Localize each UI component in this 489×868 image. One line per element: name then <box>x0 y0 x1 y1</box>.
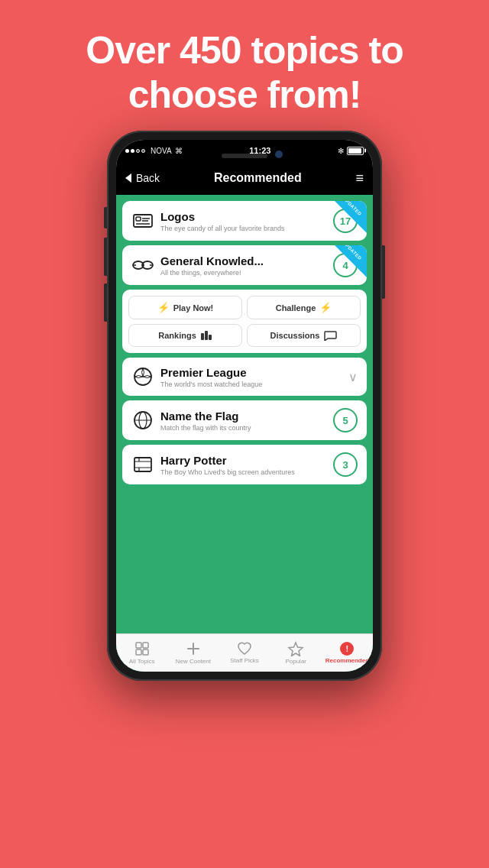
svg-rect-24 <box>143 649 148 655</box>
premier-league-title: Premier League <box>160 366 348 380</box>
premier-league-icon <box>131 365 154 388</box>
menu-button[interactable]: ≡ <box>355 171 364 185</box>
signal-dot-1 <box>125 149 129 153</box>
speaker <box>222 154 267 158</box>
discussions-label: Discussions <box>270 331 320 340</box>
general-knowledge-title: General Knowled... <box>160 254 333 268</box>
phone-body: NOVA ⌘ 11:23 ✻ Back <box>107 131 382 681</box>
challenge-icon: ⚡ <box>319 302 332 313</box>
svg-rect-1 <box>136 217 141 221</box>
svg-marker-27 <box>289 643 303 656</box>
svg-rect-10 <box>205 331 208 340</box>
hero-title: Over 450 topics to choose from! <box>46 29 443 117</box>
back-label: Back <box>136 172 160 184</box>
tab-all-topics-label: All Topics <box>129 658 155 665</box>
play-now-label: Play Now! <box>173 303 214 313</box>
logos-subtitle: The eye candy of all your favorite brand… <box>160 225 333 232</box>
action-row-1: ⚡ Play Now! Challenge ⚡ <box>128 296 361 319</box>
svg-rect-11 <box>209 335 212 340</box>
general-knowledge-subtitle: All the things, everywhere! <box>160 269 333 277</box>
svg-rect-23 <box>136 649 141 655</box>
logos-item[interactable]: Logos The eye candy of all your favorite… <box>122 201 367 241</box>
grid-icon <box>134 641 150 656</box>
logos-title: Logos <box>160 210 333 224</box>
svg-rect-16 <box>134 458 151 471</box>
name-the-flag-subtitle: Match the flag with its country <box>160 424 333 432</box>
tab-new-content[interactable]: New Content <box>167 641 219 665</box>
battery-fill <box>348 148 361 154</box>
bluetooth-icon: ✻ <box>338 147 344 155</box>
tab-recommended[interactable]: ! Recommended <box>322 642 373 664</box>
harry-potter-item[interactable]: Harry Potter The Boy Who Lived's big scr… <box>122 445 367 484</box>
heart-icon <box>237 642 252 656</box>
name-the-flag-badge: 5 <box>333 408 358 432</box>
signal-dot-3 <box>136 149 140 153</box>
premier-league-item[interactable]: Premier League The world's most watched … <box>122 358 367 396</box>
signal-dot-4 <box>141 149 145 153</box>
logos-icon <box>131 209 154 232</box>
harry-potter-title: Harry Potter <box>160 454 333 468</box>
svg-rect-21 <box>136 643 141 648</box>
tab-recommended-label: Recommended <box>325 657 369 664</box>
signal-dot-2 <box>131 149 134 153</box>
svg-rect-9 <box>201 333 204 340</box>
exclamation-icon: ! <box>340 642 354 656</box>
tab-new-content-label: New Content <box>176 658 211 665</box>
battery-indicator <box>347 147 364 155</box>
harry-potter-subtitle: The Boy Who Lived's big screen adventure… <box>160 468 333 476</box>
plus-icon <box>186 641 201 656</box>
tab-all-topics[interactable]: All Topics <box>116 641 167 665</box>
general-knowledge-text: General Knowled... All the things, every… <box>160 254 333 277</box>
star-icon <box>287 641 304 656</box>
phone-screen: NOVA ⌘ 11:23 ✻ Back <box>116 140 373 672</box>
phone-mockup: NOVA ⌘ 11:23 ✻ Back <box>0 131 489 681</box>
rankings-label: Rankings <box>158 331 196 340</box>
carrier-name: NOVA <box>151 147 172 155</box>
action-row-2: Rankings Discussion <box>128 324 361 347</box>
rankings-icon <box>200 330 212 341</box>
harry-potter-text: Harry Potter The Boy Who Lived's big scr… <box>160 454 333 476</box>
nav-title: Recommended <box>214 171 302 185</box>
tab-staff-picks-label: Staff Picks <box>230 657 259 664</box>
challenge-label: Challenge <box>276 303 316 313</box>
play-icon: ⚡ <box>157 302 170 313</box>
discussions-button[interactable]: Discussions <box>247 324 361 347</box>
status-left: NOVA ⌘ <box>125 147 183 155</box>
discussions-icon <box>323 330 337 341</box>
content-area: Logos The eye candy of all your favorite… <box>116 195 373 672</box>
play-now-button[interactable]: ⚡ Play Now! <box>128 296 242 319</box>
tab-staff-picks[interactable]: Staff Picks <box>219 642 270 664</box>
signal-dots <box>125 149 145 153</box>
action-buttons-panel: ⚡ Play Now! Challenge ⚡ Rankings <box>122 290 367 353</box>
harry-potter-icon <box>131 453 154 476</box>
premier-league-text: Premier League The world's most watched … <box>160 366 348 388</box>
chevron-down-icon: ∨ <box>348 370 358 384</box>
tab-popular-label: Popular <box>285 658 306 665</box>
harry-potter-badge: 3 <box>333 452 358 477</box>
name-the-flag-item[interactable]: Name the Flag Match the flag with its co… <box>122 400 367 440</box>
name-the-flag-icon <box>131 409 154 432</box>
status-right: ✻ <box>338 147 364 155</box>
wifi-icon: ⌘ <box>175 147 183 155</box>
general-knowledge-item[interactable]: General Knowled... All the things, every… <box>122 245 367 285</box>
tab-bar: All Topics New Content Staff Pick <box>116 633 373 672</box>
svg-rect-22 <box>143 643 148 648</box>
back-button[interactable]: Back <box>125 172 160 184</box>
rankings-button[interactable]: Rankings <box>128 324 242 347</box>
nav-bar: Back Recommended ≡ <box>116 161 373 195</box>
name-the-flag-title: Name the Flag <box>160 410 333 423</box>
general-knowledge-icon <box>131 254 154 277</box>
name-the-flag-text: Name the Flag Match the flag with its co… <box>160 410 333 432</box>
challenge-button[interactable]: Challenge ⚡ <box>247 296 361 319</box>
premier-league-subtitle: The world's most watched league <box>160 381 348 388</box>
hero-section: Over 450 topics to choose from! <box>0 0 489 131</box>
camera <box>275 151 283 158</box>
tab-popular[interactable]: Popular <box>270 641 322 665</box>
logos-text: Logos The eye candy of all your favorite… <box>160 210 333 232</box>
back-chevron-icon <box>125 173 131 183</box>
